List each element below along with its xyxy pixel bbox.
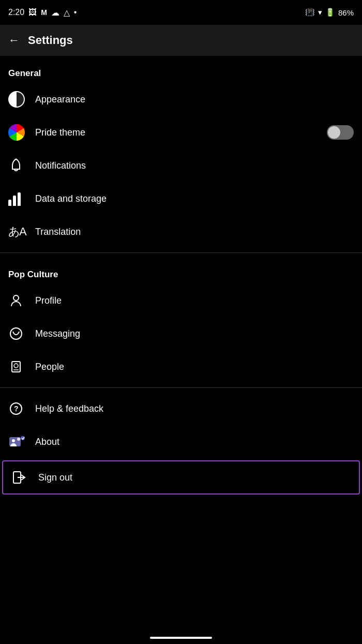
status-bar: 2:20 🖼 M ☁ △ • 📳 ▾ 🔋 86% [0,0,362,25]
translation-item[interactable]: あA Translation [0,215,362,248]
cloud-icon: ☁ [51,8,59,18]
people-label: People [35,362,354,372]
translate-icon: あA [8,224,26,239]
bell-icon [8,158,24,173]
svg-point-2 [10,328,22,339]
page-title: Settings [28,34,73,47]
battery-percent: 86% [338,8,354,17]
bar-chart-icon-container [8,191,35,206]
svg-rect-3 [12,362,20,372]
about-item[interactable]: About [0,425,362,458]
toggle-knob [328,126,340,139]
bar3 [18,192,21,206]
data-storage-label: Data and storage [35,193,354,204]
profile-icon-container [8,293,35,308]
message-icon [8,326,24,341]
gmail-icon: M [41,8,47,17]
section-divider-1 [0,252,362,253]
pride-theme-label: Pride theme [35,127,327,138]
people-icon-container [8,359,35,375]
bottom-nav [0,632,362,644]
notifications-label: Notifications [35,160,354,171]
pop-culture-section-label: Pop Culture [0,257,362,284]
photo-icon: 🖼 [28,8,37,17]
pride-icon-container [8,124,35,141]
translate-icon-container: あA [8,224,35,239]
help-icon: ? [8,401,24,416]
sign-out-label: Sign out [38,472,351,483]
status-time: 2:20 [8,8,24,17]
profile-icon [8,293,24,308]
help-feedback-item[interactable]: ? Help & feedback [0,392,362,425]
help-icon-container: ? [8,401,35,416]
messaging-item[interactable]: Messaging [0,317,362,350]
status-right: 📳 ▾ 🔋 86% [305,8,354,17]
battery-icon: 🔋 [325,8,335,17]
pride-icon [8,124,25,141]
wifi-icon: ▾ [318,8,322,17]
appearance-label: Appearance [35,94,354,105]
general-section-label: General [0,56,362,83]
about-label: About [35,437,354,447]
appearance-icon [8,91,25,108]
dot-icon: • [74,8,77,17]
vibrate-icon: 📳 [305,8,315,17]
translation-label: Translation [35,227,354,237]
svg-point-1 [13,295,19,301]
pride-toggle-container [327,125,354,140]
general-section: General Appearance Pride theme Notificat… [0,56,362,248]
svg-text:?: ? [14,405,19,413]
bar-chart-icon [8,191,21,206]
bell-icon-container [8,158,35,173]
pride-theme-item[interactable]: Pride theme [0,116,362,149]
pop-culture-section: Pop Culture Profile Messaging [0,257,362,383]
appearance-icon-container [8,91,35,108]
help-feedback-label: Help & feedback [35,403,354,414]
section-divider-2 [0,387,362,388]
data-storage-item[interactable]: Data and storage [0,182,362,215]
profile-label: Profile [35,295,354,306]
signout-icon-container [11,470,38,485]
appearance-item[interactable]: Appearance [0,83,362,116]
people-icon [8,359,24,375]
top-bar: ← Settings [0,25,362,56]
status-left: 2:20 🖼 M ☁ △ • [8,8,77,18]
alert-icon: △ [64,8,70,18]
notifications-item[interactable]: Notifications [0,149,362,182]
messaging-label: Messaging [35,328,354,339]
teams-icon-container [8,434,35,450]
pride-theme-toggle[interactable] [327,125,354,140]
svg-point-10 [17,438,20,441]
bar1 [8,200,11,206]
home-indicator [150,637,212,639]
profile-item[interactable]: Profile [0,284,362,317]
people-item[interactable]: People [0,350,362,383]
signout-icon [11,470,27,485]
bar2 [13,196,16,206]
message-icon-container [8,326,35,341]
sign-out-item[interactable]: Sign out [2,460,360,495]
teams-icon [8,434,27,450]
back-button[interactable]: ← [8,34,20,47]
svg-point-9 [12,439,15,442]
svg-point-4 [14,364,18,368]
